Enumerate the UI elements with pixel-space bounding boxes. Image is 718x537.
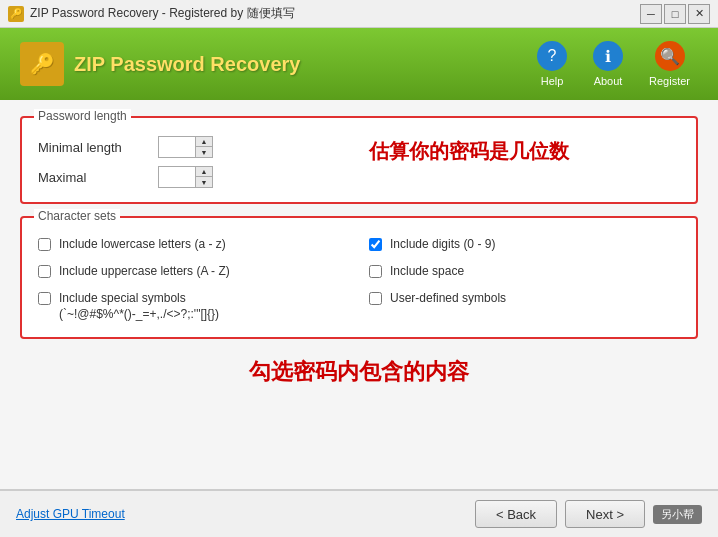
list-item: Include lowercase letters (a - z): [38, 236, 349, 253]
min-length-row: Minimal length 1 ▲ ▼: [38, 136, 258, 158]
close-button[interactable]: ✕: [688, 4, 710, 24]
list-item: Include uppercase letters (A - Z): [38, 263, 349, 280]
minimize-button[interactable]: ─: [640, 4, 662, 24]
next-button[interactable]: Next >: [565, 500, 645, 528]
footer: Adjust GPU Timeout < Back Next > 另小帮: [0, 490, 718, 537]
max-label: Maximal: [38, 170, 148, 185]
watermark-text: 另小帮: [661, 507, 694, 522]
space-checkbox[interactable]: [369, 265, 382, 278]
adjust-gpu-link[interactable]: Adjust GPU Timeout: [16, 507, 125, 521]
uppercase-label: Include uppercase letters (A - Z): [59, 263, 230, 280]
special-checkbox[interactable]: [38, 292, 51, 305]
min-arrows: ▲ ▼: [195, 137, 212, 157]
about-label: About: [594, 75, 623, 87]
logo-text: ZIP Password Recovery: [74, 53, 300, 76]
lowercase-checkbox[interactable]: [38, 238, 51, 251]
special-label: Include special symbols(`~!@#$%^*()-_=+,…: [59, 290, 219, 324]
max-down-arrow[interactable]: ▼: [196, 177, 212, 187]
max-input[interactable]: 8: [159, 167, 195, 187]
footer-buttons: < Back Next > 另小帮: [475, 500, 702, 528]
space-label: Include space: [390, 263, 464, 280]
password-length-section: Password length Minimal length 1 ▲ ▼ Max…: [20, 116, 698, 204]
help-button[interactable]: ? Help: [529, 37, 575, 91]
charset-annotation: 勾选密码内包含的内容: [20, 351, 698, 389]
logo-suffix: Password Recovery: [105, 53, 301, 75]
password-length-row: Minimal length 1 ▲ ▼ Maximal 8 ▲: [38, 128, 680, 188]
list-item: User-defined symbols: [369, 290, 680, 324]
help-label: Help: [541, 75, 564, 87]
digits-label: Include digits (0 - 9): [390, 236, 495, 253]
length-fields: Minimal length 1 ▲ ▼ Maximal 8 ▲: [38, 128, 258, 188]
register-label: Register: [649, 75, 690, 87]
list-item: Include special symbols(`~!@#$%^*()-_=+,…: [38, 290, 349, 324]
min-spinner[interactable]: 1 ▲ ▼: [158, 136, 213, 158]
app-header: 🔑 ZIP Password Recovery ? Help ℹ About 🔍…: [0, 28, 718, 100]
help-icon: ?: [537, 41, 567, 71]
main-content: Password length Minimal length 1 ▲ ▼ Max…: [0, 100, 718, 490]
info-icon: ℹ: [593, 41, 623, 71]
charset-grid: Include lowercase letters (a - z) Includ…: [38, 228, 680, 323]
list-item: Include space: [369, 263, 680, 280]
window-title: ZIP Password Recovery - Registered by 随便…: [30, 5, 295, 22]
max-spinner[interactable]: 8 ▲ ▼: [158, 166, 213, 188]
userdefined-label: User-defined symbols: [390, 290, 506, 307]
about-button[interactable]: ℹ About: [585, 37, 631, 91]
password-length-title: Password length: [34, 109, 131, 123]
min-input[interactable]: 1: [159, 137, 195, 157]
lowercase-label: Include lowercase letters (a - z): [59, 236, 226, 253]
header-buttons: ? Help ℹ About 🔍 Register: [529, 37, 698, 91]
min-up-arrow[interactable]: ▲: [196, 137, 212, 147]
list-item: Include digits (0 - 9): [369, 236, 680, 253]
maximize-button[interactable]: □: [664, 4, 686, 24]
min-label: Minimal length: [38, 140, 148, 155]
uppercase-checkbox[interactable]: [38, 265, 51, 278]
register-icon: 🔍: [655, 41, 685, 71]
length-annotation: 估算你的密码是几位数: [258, 128, 680, 175]
register-button[interactable]: 🔍 Register: [641, 37, 698, 91]
min-down-arrow[interactable]: ▼: [196, 147, 212, 157]
title-bar-controls: ─ □ ✕: [640, 4, 710, 24]
app-icon: 🔑: [8, 6, 24, 22]
max-up-arrow[interactable]: ▲: [196, 167, 212, 177]
digits-checkbox[interactable]: [369, 238, 382, 251]
back-button[interactable]: < Back: [475, 500, 557, 528]
logo-zip: ZIP: [74, 53, 105, 75]
character-sets-section: Character sets Include lowercase letters…: [20, 216, 698, 339]
title-bar: 🔑 ZIP Password Recovery - Registered by …: [0, 0, 718, 28]
watermark: 另小帮: [653, 505, 702, 524]
character-sets-title: Character sets: [34, 209, 120, 223]
title-bar-left: 🔑 ZIP Password Recovery - Registered by …: [8, 5, 295, 22]
logo-icon: 🔑: [20, 42, 64, 86]
max-length-row: Maximal 8 ▲ ▼: [38, 166, 258, 188]
app-logo: 🔑 ZIP Password Recovery: [20, 42, 300, 86]
userdefined-checkbox[interactable]: [369, 292, 382, 305]
max-arrows: ▲ ▼: [195, 167, 212, 187]
